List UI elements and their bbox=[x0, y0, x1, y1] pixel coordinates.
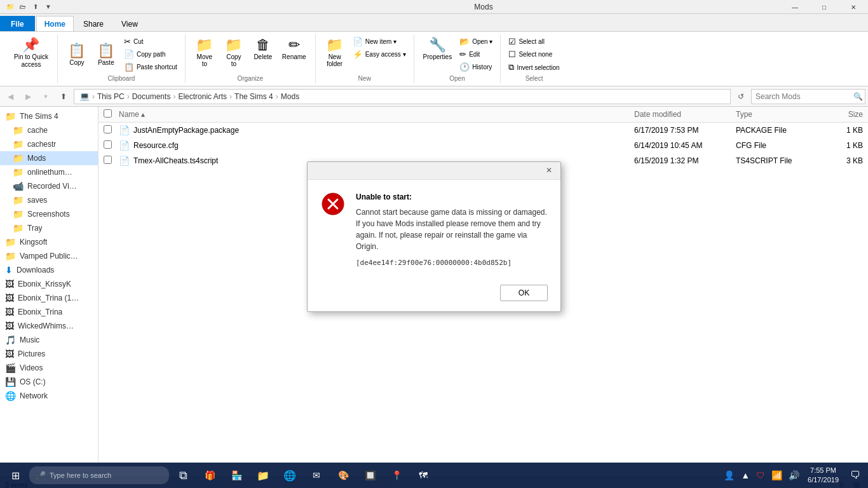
taskbar-store-button[interactable]: 🏪 bbox=[224, 463, 249, 487]
tray-people-icon[interactable]: 👤 bbox=[722, 470, 736, 480]
tray-antivirus-icon[interactable]: 🛡 bbox=[754, 470, 767, 480]
notification-button[interactable]: 🗨 bbox=[845, 463, 865, 487]
tray-date: 6/17/2019 bbox=[808, 475, 839, 485]
taskbar-tray: 👤 ▲ 🛡 📶 🔊 7:55 PM 6/17/2019 🗨 bbox=[722, 463, 865, 487]
taskbar-sims-button[interactable]: 🔲 bbox=[357, 463, 383, 487]
tray-volume-icon[interactable]: 🔊 bbox=[787, 470, 801, 480]
dialog-ok-button[interactable]: OK bbox=[500, 285, 548, 301]
dialog-error-code: [de4ee14f:29f00e76:00000000:4b0d852b] bbox=[356, 259, 548, 267]
search-mic-icon: 🎤 bbox=[36, 471, 46, 480]
tray-expand-icon[interactable]: ▲ bbox=[739, 470, 752, 480]
tray-clock[interactable]: 7:55 PM 6/17/2019 bbox=[804, 466, 843, 485]
error-dialog: ✕ Unable to start: Cannot start because … bbox=[307, 161, 561, 312]
dialog-footer: OK bbox=[308, 280, 560, 311]
taskbar-maps2-button[interactable]: 🗺 bbox=[410, 463, 436, 487]
start-button[interactable]: ⊞ bbox=[3, 463, 28, 487]
taskbar-edge-button[interactable]: 🌐 bbox=[277, 463, 302, 487]
taskbar-maps-button[interactable]: 📍 bbox=[384, 463, 409, 487]
taskbar-present-button[interactable]: 🎁 bbox=[197, 463, 222, 487]
task-view-button[interactable]: ⧉ bbox=[170, 463, 196, 487]
dialog-text-area: Unable to start: Cannot start because ga… bbox=[356, 193, 548, 267]
taskbar-explorer-button[interactable]: 📁 bbox=[250, 463, 276, 487]
tray-network-icon[interactable]: 📶 bbox=[770, 470, 784, 480]
dialog-message: Cannot start because game data is missin… bbox=[356, 207, 548, 252]
taskbar-search[interactable]: 🎤 Type here to search bbox=[29, 466, 169, 484]
window: 📁 🗁 ⬆ ▼ Mods — □ ✕ File Home Share View … bbox=[0, 0, 868, 488]
tray-time: 7:55 PM bbox=[808, 466, 839, 475]
dialog-title-bar: ✕ bbox=[308, 162, 560, 180]
taskbar: ⊞ 🎤 Type here to search ⧉ 🎁 🏪 📁 🌐 ✉ 🎨 🔲 … bbox=[0, 463, 868, 488]
error-icon bbox=[320, 193, 346, 267]
dialog-close-button[interactable]: ✕ bbox=[543, 164, 555, 177]
dialog-content: Unable to start: Cannot start because ga… bbox=[308, 180, 560, 280]
taskbar-paint-button[interactable]: 🎨 bbox=[330, 463, 356, 487]
taskbar-mail-button[interactable]: ✉ bbox=[304, 463, 329, 487]
dialog-overlay: ✕ Unable to start: Cannot start because … bbox=[0, 0, 868, 473]
taskbar-search-text: Type here to search bbox=[50, 471, 111, 479]
dialog-error-title: Unable to start: bbox=[356, 193, 548, 201]
